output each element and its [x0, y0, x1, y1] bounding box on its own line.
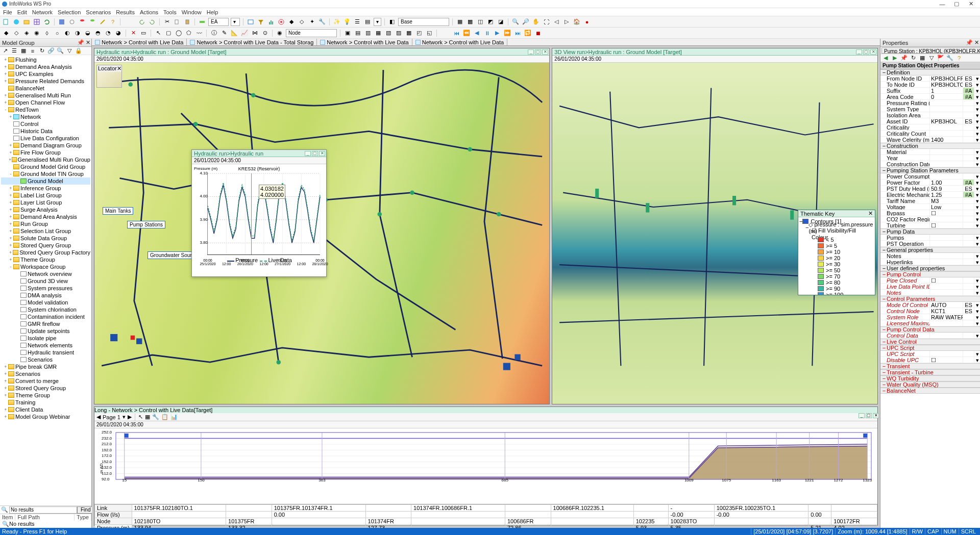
mg-list-icon[interactable]: ≡: [29, 47, 37, 55]
tb2-n9-icon[interactable]: ◱: [425, 29, 433, 37]
tb2-select-icon[interactable]: ▢: [164, 29, 173, 37]
tree-item[interactable]: +Network: [1, 113, 90, 120]
tree-item[interactable]: +Generalised Multi Run: [1, 92, 90, 99]
tb-db-green-icon[interactable]: [88, 18, 96, 26]
properties-object-select[interactable]: Pump Station : KPB3HOL (KPB3HOLFR.KPB3HO…: [881, 47, 980, 54]
menu-network[interactable]: Network: [32, 9, 53, 15]
tree-item[interactable]: Hydraulic transient: [1, 349, 90, 356]
locator-close-icon[interactable]: ✕: [117, 65, 121, 72]
play-next-icon[interactable]: ⏩: [503, 29, 511, 37]
mg-grid-icon[interactable]: ▦: [19, 47, 28, 55]
tb-folder-icon[interactable]: [22, 18, 31, 26]
tb-target-icon[interactable]: [277, 18, 285, 26]
tb-star-icon[interactable]: ✦: [308, 18, 316, 26]
tb-tool-d-icon[interactable]: ◩: [486, 18, 495, 26]
find-input[interactable]: [9, 506, 77, 514]
tb-layer-dropdown[interactable]: EA: [208, 18, 229, 26]
tb2-n4-icon[interactable]: ▦: [374, 29, 382, 37]
menu-window[interactable]: Window: [182, 9, 202, 15]
tb2-n1-icon[interactable]: ▣: [344, 29, 352, 37]
tree-item[interactable]: +Pressure Related Demands: [1, 78, 90, 85]
tree-item[interactable]: +Client Data: [1, 406, 90, 413]
tb-extent-icon[interactable]: ⛶: [542, 18, 550, 26]
tree-item[interactable]: Network overview: [1, 270, 90, 277]
menu-help[interactable]: Help: [207, 9, 218, 15]
menu-scenarios[interactable]: Scenarios: [86, 9, 111, 15]
mg-up-icon[interactable]: ↗: [1, 47, 9, 55]
close-button[interactable]: ✕: [964, 1, 978, 7]
long-chart-icon[interactable]: 📊: [170, 414, 178, 420]
tb-node2-icon[interactable]: ◇: [298, 18, 306, 26]
doc-tab-1[interactable]: Network > Control with Live Data: [92, 39, 187, 45]
tb2-n8-icon[interactable]: ◰: [415, 29, 423, 37]
prop-wrench-icon[interactable]: 🔧: [946, 54, 954, 62]
tree-item[interactable]: +Selection List Group: [1, 227, 90, 235]
tree-item[interactable]: -Workspace Group: [1, 263, 90, 270]
tb2-l-icon[interactable]: ◕: [114, 29, 122, 37]
menu-selection[interactable]: Selection: [58, 9, 81, 15]
3d-min-icon[interactable]: _: [856, 49, 862, 55]
tree-item[interactable]: +Open Channel Flow: [1, 99, 90, 106]
tb-save-icon[interactable]: [58, 18, 66, 26]
tb2-c-icon[interactable]: ◈: [22, 29, 31, 37]
doc-tab-3[interactable]: Network > Control with Live Data: [317, 39, 412, 45]
tree-item[interactable]: +Layer List Group: [1, 199, 90, 206]
prop-table-icon[interactable]: ▦: [918, 54, 926, 62]
tree-item[interactable]: +Flushing: [1, 56, 90, 63]
tb-wrench-icon[interactable]: 🔧: [318, 18, 326, 26]
tb-prev-icon[interactable]: ◁: [552, 18, 560, 26]
tb2-f-icon[interactable]: ○: [53, 29, 61, 37]
tree-item[interactable]: Model validation: [1, 299, 90, 306]
map-max-icon[interactable]: ▢: [535, 49, 541, 55]
tb-record-icon[interactable]: ●: [583, 18, 591, 26]
tb-table-icon[interactable]: [247, 18, 255, 26]
mg-tree-icon[interactable]: ☰: [10, 47, 18, 55]
play-fwd-icon[interactable]: ▶: [493, 29, 501, 37]
tree-item[interactable]: +Stored Query Group: [1, 242, 90, 249]
tb-globe-icon[interactable]: [12, 18, 20, 26]
tb2-n2-icon[interactable]: ▤: [354, 29, 362, 37]
tb2-d-icon[interactable]: ◉: [33, 29, 41, 37]
tree-item[interactable]: Historic Data: [1, 128, 90, 135]
menu-tools[interactable]: Tools: [163, 9, 177, 15]
tb-chart-icon[interactable]: [267, 18, 275, 26]
tree-item[interactable]: +Pipe break GMR: [1, 363, 90, 370]
tree-item[interactable]: Update setpoints: [1, 327, 90, 335]
tb-stack-dd[interactable]: ▾: [374, 18, 381, 26]
tb-scenario-dropdown[interactable]: Base: [398, 18, 449, 26]
tree-item[interactable]: +Theme Group: [1, 392, 90, 399]
tb-refresh-icon[interactable]: [43, 18, 51, 26]
tb-node1-icon[interactable]: ◆: [287, 18, 296, 26]
tree-item[interactable]: +Inference Group: [1, 185, 90, 192]
tb2-profile-icon[interactable]: 📈: [240, 29, 249, 37]
long-export-icon[interactable]: 📋: [161, 414, 168, 420]
tb2-edit-icon[interactable]: ✎: [220, 29, 228, 37]
tb2-j-icon[interactable]: ◓: [94, 29, 102, 37]
tree-item[interactable]: Scenarios: [1, 356, 90, 363]
play-pause-icon[interactable]: ⏸: [483, 29, 491, 37]
chart-window-header[interactable]: Hydraulic run>Hydraulic run _▢✕: [192, 150, 326, 157]
tb2-measure-icon[interactable]: 📐: [230, 29, 238, 37]
tree-item[interactable]: Contamination incident: [1, 313, 90, 320]
play-stop-icon[interactable]: ⏹: [534, 29, 542, 37]
tree-item[interactable]: +Convert to merge: [1, 377, 90, 385]
tb2-cursor-icon[interactable]: ↖: [154, 29, 162, 37]
play-last-icon[interactable]: ⏭: [513, 29, 522, 37]
map-canvas[interactable]: Locator✕ Main Tanks Pump Stations Ground…: [94, 63, 549, 404]
chart-close-icon[interactable]: ✕: [319, 151, 325, 156]
tb2-valve-icon[interactable]: ⋈: [251, 29, 259, 37]
locator-panel[interactable]: Locator✕: [96, 65, 122, 88]
properties-pin-icon[interactable]: 📌 ✕: [966, 39, 979, 46]
tb-wand-icon[interactable]: [99, 18, 107, 26]
tb2-n7-icon[interactable]: ▩: [405, 29, 413, 37]
doc-tab-2[interactable]: Network > Control with Live Data - Total…: [187, 39, 317, 45]
mg-chain-icon[interactable]: 🔗: [47, 47, 55, 55]
menu-edit[interactable]: Edit: [17, 9, 27, 15]
play-prev-icon[interactable]: ⏪: [462, 29, 471, 37]
tree-item[interactable]: +Demand Area Analysis: [1, 63, 90, 70]
tb-new-icon[interactable]: [2, 18, 10, 26]
play-first-icon[interactable]: ⏮: [452, 29, 460, 37]
tb2-nodetype-icon[interactable]: ◉: [276, 29, 284, 37]
tb-grid-icon[interactable]: [33, 18, 41, 26]
tree-item[interactable]: System pressures: [1, 285, 90, 292]
